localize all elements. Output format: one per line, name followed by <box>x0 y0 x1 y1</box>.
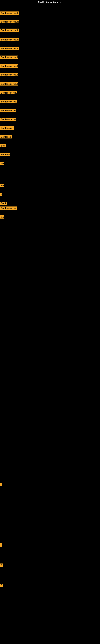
bottleneck-badge-row: Bo <box>0 184 4 188</box>
bottleneck-result-badge[interactable]: Bottleneck resu <box>0 100 17 103</box>
bottleneck-result-badge[interactable]: Bottleneck result <box>0 12 19 15</box>
bottleneck-badge-row: Bottleneck resu <box>0 91 17 95</box>
bottleneck-result-badge[interactable]: Bott <box>0 144 6 147</box>
bottleneck-result-badge[interactable]: Bottleneck resu <box>0 91 17 94</box>
bottleneck-badge-row: Bottl <box>0 202 7 206</box>
bottleneck-badge-row: Bottlene <box>0 153 10 157</box>
bottleneck-badge-row: Bottleneck re <box>0 126 14 130</box>
bottom-badge: B <box>0 584 3 587</box>
bottleneck-result-badge[interactable]: Bottleneck result <box>0 73 18 76</box>
bottleneck-badge-row: Bottlenec <box>0 135 12 139</box>
bottleneck-badge-row: Bottleneck result <box>0 56 18 60</box>
bottleneck-result-badge[interactable]: Bottleneck res <box>0 118 16 121</box>
bottleneck-badge-row: Bottleneck result <box>0 20 19 24</box>
bottleneck-result-badge[interactable]: Bo <box>0 184 4 187</box>
bottleneck-result-badge[interactable]: Bottleneck result <box>0 20 19 23</box>
bottleneck-result-badge[interactable]: Bottleneck result <box>0 38 19 41</box>
bottleneck-badge-row: Bo <box>0 215 4 219</box>
bottleneck-badge-row: Bottleneck result <box>0 64 18 68</box>
bottleneck-result-badge[interactable]: Bottleneck result <box>0 82 18 86</box>
bottleneck-badge-row: Bottleneck res <box>0 118 16 122</box>
bottleneck-result-badge[interactable]: Bottleneck res <box>0 206 17 210</box>
site-title: TheBottlenecker.com <box>0 0 100 5</box>
bottleneck-badge-row: Bottleneck result <box>0 12 19 16</box>
bottleneck-result-badge[interactable]: Bottleneck res <box>0 109 16 112</box>
bottleneck-badge-row: Bo <box>0 162 4 166</box>
bottleneck-badge-row: Bottleneck resu <box>0 100 17 104</box>
bottleneck-result-badge[interactable]: Bottleneck re <box>0 126 14 130</box>
bottleneck-result-badge[interactable]: B <box>0 193 2 196</box>
bottleneck-badge-row: B <box>0 193 2 197</box>
bottleneck-result-badge[interactable]: Bottleneck result <box>0 64 18 68</box>
bottleneck-result-badge[interactable]: Bottleneck result <box>0 28 19 32</box>
vertical-marker: | <box>0 483 1 488</box>
bottom-badge: B <box>0 564 3 567</box>
bottleneck-result-badge[interactable]: Bottleneck result <box>0 56 18 59</box>
bottleneck-result-badge[interactable]: Bottlenec <box>0 135 12 138</box>
bottleneck-badge-row: Bottleneck res <box>0 206 17 210</box>
bottleneck-badge-row: Bottleneck res <box>0 109 16 113</box>
bottleneck-badge-row: Bottleneck result <box>0 47 19 51</box>
vertical-marker: | <box>0 544 1 548</box>
bottleneck-badge-row: Bottleneck result <box>0 82 18 86</box>
bottleneck-result-badge[interactable]: Bo <box>0 215 4 218</box>
bottleneck-result-badge[interactable]: Bottl <box>0 202 7 205</box>
bottleneck-result-badge[interactable]: Bottlene <box>0 153 10 156</box>
bottleneck-badge-row: Bott <box>0 144 6 148</box>
bottleneck-badge-row: Bottleneck result <box>0 28 19 32</box>
bottleneck-result-badge[interactable]: Bottleneck result <box>0 47 19 50</box>
bottleneck-badge-row: Bottleneck result <box>0 38 19 42</box>
bottleneck-result-badge[interactable]: Bo <box>0 162 4 165</box>
bottleneck-badge-row: Bottleneck result <box>0 73 18 77</box>
